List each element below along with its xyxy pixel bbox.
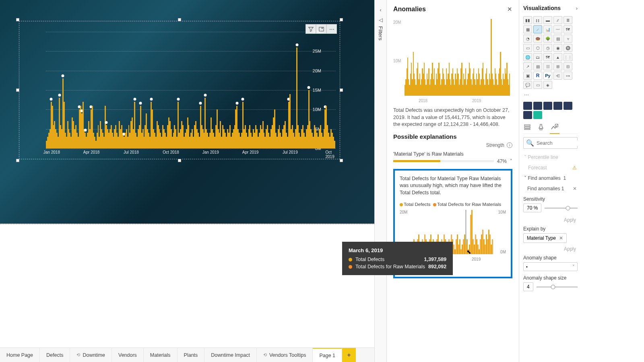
chart-tooltip: March 6, 2019 Total Defects 1,397,589 To… bbox=[342, 242, 453, 275]
custom-viz-icon[interactable] bbox=[533, 111, 542, 119]
sensitivity-slider[interactable] bbox=[545, 208, 578, 209]
viz-type-icon[interactable]: ≣ bbox=[564, 16, 572, 24]
viz-type-icon[interactable]: ▤ bbox=[553, 35, 562, 43]
viz-type-icon[interactable]: 🔘 bbox=[564, 44, 572, 52]
info-icon[interactable]: i bbox=[507, 142, 512, 148]
explain-apply-button[interactable]: Apply bbox=[523, 245, 578, 253]
viz-type-icon[interactable]: ⫽ bbox=[553, 16, 562, 24]
viz-type-icon[interactable]: ↗ bbox=[523, 62, 532, 70]
viz-type-icon[interactable]: 🗺 bbox=[564, 25, 572, 33]
anomaly-shape-select[interactable]: •˅ bbox=[523, 262, 578, 271]
viz-type-icon[interactable]: ⊶ bbox=[564, 72, 572, 80]
filters-pane-collapsed[interactable]: ‹ ◁ Filters bbox=[374, 0, 386, 362]
page-tab[interactable]: Page 1 bbox=[313, 348, 342, 362]
viz-type-icon[interactable]: ◔ bbox=[523, 35, 532, 43]
custom-viz-icon[interactable] bbox=[523, 111, 532, 119]
page-tab[interactable]: ⟲Downtime bbox=[70, 348, 112, 362]
viz-type-icon[interactable]: ▲ bbox=[553, 53, 562, 61]
tooltip-series-dot bbox=[349, 258, 352, 261]
anomalies-close-button[interactable]: ✕ bbox=[507, 6, 512, 13]
visualizations-panel: Visualizations › ▮▮⫿⫿▬⫽≣▦⟋📊〰🗺◔🍩🌳▤▿▭⬡◷◉🔘🌐… bbox=[519, 0, 582, 362]
explanation-card-text: Total Defects for Material Type Raw Mate… bbox=[400, 175, 506, 197]
anomalies-mini-chart[interactable]: 10M20M 20182019 bbox=[393, 17, 512, 105]
viz-type-icon[interactable]: ◉ bbox=[553, 44, 562, 52]
viz-type-icon[interactable]: ⬡ bbox=[533, 44, 542, 52]
viz-type-icon[interactable]: ▮▮ bbox=[523, 16, 532, 24]
search-input[interactable] bbox=[537, 140, 582, 146]
custom-viz-icon[interactable] bbox=[543, 102, 552, 110]
prop-forecast[interactable]: Forecast ⚠ bbox=[523, 162, 578, 173]
chart-more-button[interactable]: ⋯ bbox=[326, 24, 337, 34]
chip-remove-icon[interactable]: ✕ bbox=[559, 235, 563, 241]
viz-type-icon[interactable]: ▿ bbox=[564, 35, 572, 43]
custom-viz-icon[interactable] bbox=[533, 102, 542, 110]
add-page-button[interactable]: + bbox=[342, 348, 356, 362]
viz-type-icon[interactable]: ◷ bbox=[543, 44, 552, 52]
sensitivity-apply-button[interactable]: Apply bbox=[523, 216, 578, 224]
page-tab[interactable]: ⟲Vendors Tooltips bbox=[257, 348, 313, 362]
custom-viz-icon[interactable] bbox=[553, 102, 562, 110]
viz-type-icon[interactable]: ⋲ bbox=[553, 72, 562, 80]
filters-icon[interactable]: ◁ bbox=[379, 17, 383, 23]
page-tab[interactable]: Home Page bbox=[0, 348, 40, 362]
viz-type-icon[interactable]: ▬ bbox=[543, 16, 552, 24]
anomaly-size-input[interactable]: 4 bbox=[523, 282, 533, 291]
page-tab[interactable]: Plants bbox=[178, 348, 205, 362]
analytics-search[interactable]: 🔍 bbox=[523, 137, 578, 149]
filters-expand-chevron[interactable]: ‹ bbox=[380, 7, 382, 13]
custom-viz-icon[interactable] bbox=[564, 102, 572, 110]
report-canvas[interactable]: ⋯ 0M5M10M15M20M25M30M Jan 2018Apr 2018Ju… bbox=[0, 0, 374, 362]
anomaly-size-slider[interactable] bbox=[537, 286, 578, 288]
viz-type-icon[interactable]: ⊟ bbox=[564, 62, 572, 70]
viz-type-icon[interactable]: 📊 bbox=[543, 25, 552, 33]
search-icon: 🔍 bbox=[526, 139, 534, 147]
viz-type-icon[interactable]: ▭ bbox=[523, 44, 532, 52]
prop-percentile-line[interactable]: ˅ Percentile line bbox=[523, 152, 578, 162]
svg-rect-3 bbox=[524, 129, 530, 130]
tab-hidden-icon: ⟲ bbox=[76, 352, 80, 358]
main-chart-visual[interactable]: ⋯ 0M5M10M15M20M25M30M Jan 2018Apr 2018Ju… bbox=[19, 21, 340, 159]
viz-type-icon[interactable]: 🗂 bbox=[533, 53, 542, 61]
viz-type-icon[interactable]: ☷ bbox=[543, 62, 552, 70]
page-tab[interactable]: Defects bbox=[40, 348, 70, 362]
viz-type-icon[interactable]: ⋮⋮ bbox=[564, 53, 572, 61]
viz-more-icon[interactable]: ⋯ bbox=[524, 92, 577, 98]
chart-focus-button[interactable] bbox=[316, 24, 326, 34]
viz-type-icon[interactable]: ▭ bbox=[533, 81, 542, 89]
viz-type-icon[interactable]: 〰 bbox=[553, 25, 562, 33]
chart-filter-button[interactable] bbox=[305, 24, 316, 34]
viz-type-icon[interactable]: 🌐 bbox=[523, 53, 532, 61]
page-tab[interactable]: Downtime Impact bbox=[204, 348, 257, 362]
viz-type-icon[interactable]: ▣ bbox=[523, 72, 532, 80]
visualizations-title: Visualizations bbox=[523, 5, 561, 11]
viz-type-icon[interactable]: R bbox=[533, 72, 542, 80]
page-tab[interactable]: Vendors bbox=[112, 348, 144, 362]
viz-type-icon[interactable]: 🌳 bbox=[543, 35, 552, 43]
explain-by-chip[interactable]: Material Type ✕ bbox=[523, 233, 567, 243]
fields-tab[interactable] bbox=[523, 123, 531, 131]
prop-find-anomalies-item[interactable]: Find anomalies 1 ✕ bbox=[523, 183, 578, 194]
strength-bar bbox=[393, 160, 494, 162]
explanation-collapse-chevron[interactable]: ˄ bbox=[510, 158, 512, 164]
viz-type-icon[interactable]: ▤ bbox=[533, 62, 542, 70]
visualizations-collapse-chevron[interactable]: › bbox=[576, 5, 578, 11]
viz-type-icon[interactable]: ⟋ bbox=[533, 25, 542, 33]
explain-by-label: Explain by bbox=[523, 226, 578, 232]
prop-find-anomalies[interactable]: ˅ Find anomalies 1 bbox=[523, 173, 578, 183]
custom-viz-icon[interactable] bbox=[523, 102, 532, 110]
viz-type-icon[interactable]: 🗺 bbox=[543, 53, 552, 61]
viz-type-icon[interactable]: 💬 bbox=[523, 81, 532, 89]
viz-type-icon[interactable]: ⊞ bbox=[553, 62, 562, 70]
remove-icon[interactable]: ✕ bbox=[573, 186, 577, 191]
viz-type-icon[interactable]: ▦ bbox=[523, 25, 532, 33]
viz-type-icon[interactable]: ⫿⫿ bbox=[533, 16, 542, 24]
anomaly-shape-size-label: Anomaly shape size bbox=[523, 275, 578, 281]
format-tab[interactable] bbox=[537, 123, 545, 131]
analytics-tab[interactable] bbox=[551, 123, 559, 131]
viz-type-icon[interactable]: Py bbox=[543, 72, 552, 80]
viz-type-icon[interactable]: ◈ bbox=[543, 81, 552, 89]
viz-type-icon[interactable]: 🍩 bbox=[533, 35, 542, 43]
page-tab[interactable]: Materials bbox=[144, 348, 178, 362]
sensitivity-input[interactable]: 70 % bbox=[523, 204, 541, 212]
tooltip-date: March 6, 2019 bbox=[349, 247, 446, 253]
